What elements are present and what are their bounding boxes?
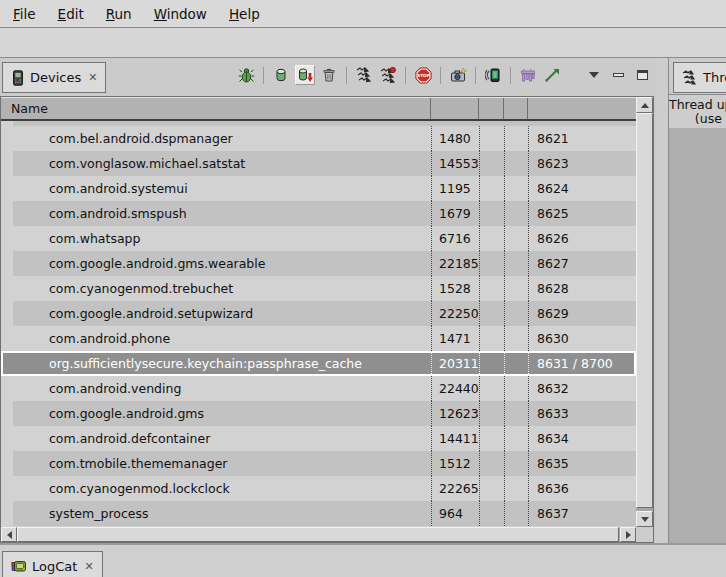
empty-cell: [504, 326, 528, 351]
port-cell: 8625: [528, 201, 636, 226]
process-name-cell: com.android.defcontainer: [1, 426, 431, 451]
horizontal-scroll-thumb[interactable]: [17, 527, 619, 542]
port-cell: 8633: [528, 401, 636, 426]
table-row[interactable]: com.cyanogenmod.lockclock222658636: [1, 476, 636, 501]
maximize-icon: [637, 70, 648, 80]
scroll-right-button[interactable]: [620, 527, 636, 542]
table-row[interactable]: com.tmobile.thememanager15128635: [1, 451, 636, 476]
empty-cell: [479, 276, 504, 301]
process-name-cell: com.google.android.gms.wearable: [1, 251, 431, 276]
system-info-button[interactable]: [518, 65, 538, 85]
threads-message-line2: (use toolbar button to enable): [669, 112, 726, 126]
process-name-cell: com.cyanogenmod.lockclock: [1, 476, 431, 501]
empty-cell: [479, 401, 504, 426]
table-row-selected[interactable]: org.sufficientlysecure.keychain:passphra…: [1, 351, 636, 376]
empty-cell: [479, 126, 504, 151]
start-method-profiling-button[interactable]: [378, 65, 398, 85]
debug-process-button[interactable]: [236, 65, 256, 85]
vertical-scrollbar[interactable]: [636, 97, 653, 527]
cause-gc-button[interactable]: [319, 65, 339, 85]
pid-cell: 1471: [431, 326, 479, 351]
vertical-scroll-thumb[interactable]: [636, 113, 653, 508]
table-row[interactable]: com.android.smspush16798625: [1, 201, 636, 226]
scrollbar-corner: [636, 527, 653, 542]
cause-gc-icon: [321, 67, 337, 83]
scroll-up-button[interactable]: [636, 97, 653, 113]
threads-message-area: Thread updates not enabled for selected …: [669, 95, 726, 128]
tab-devices[interactable]: Devices ✕: [2, 62, 106, 93]
menu-file[interactable]: File: [2, 0, 47, 27]
table-row[interactable]: com.whatsapp67168626: [1, 226, 636, 251]
table-row[interactable]: com.android.vending224408632: [1, 376, 636, 401]
update-heap-icon: [273, 67, 289, 83]
table-row[interactable]: com.android.systemui11958624: [1, 176, 636, 201]
scroll-down-button[interactable]: [636, 511, 653, 527]
menu-help[interactable]: Help: [218, 0, 271, 27]
table-row[interactable]: com.google.android.gms126238633: [1, 401, 636, 426]
port-cell: 8627: [528, 251, 636, 276]
maximize-button[interactable]: [632, 65, 652, 85]
view-menu-button[interactable]: [584, 65, 604, 85]
empty-cell: [504, 401, 528, 426]
port-cell: 8632: [528, 376, 636, 401]
arrow-down-icon: [641, 517, 649, 522]
port-cell: 8628: [528, 276, 636, 301]
screen-record-button[interactable]: [483, 65, 503, 85]
screen-capture-button[interactable]: [448, 65, 468, 85]
empty-cell: [504, 351, 528, 376]
menu-run-label: Run: [106, 6, 132, 22]
port-cell: 8630: [528, 326, 636, 351]
process-name-cell: com.cyanogenmod.trebuchet: [1, 276, 431, 301]
table-row[interactable]: com.android.phone14718630: [1, 326, 636, 351]
table-row[interactable]: system_process9648637: [1, 501, 636, 526]
dump-hprof-icon: [297, 67, 314, 83]
column-header-port[interactable]: [528, 98, 636, 119]
arrow-left-icon: [7, 531, 12, 539]
stop-process-button[interactable]: STOP: [413, 65, 433, 85]
network-stats-button[interactable]: [542, 65, 562, 85]
column-header-3[interactable]: [504, 98, 528, 119]
network-stats-icon: [544, 67, 560, 83]
menu-run[interactable]: Run: [95, 0, 143, 27]
dump-hprof-button[interactable]: [295, 65, 315, 85]
port-cell: 8637: [528, 501, 636, 526]
update-threads-button[interactable]: [354, 65, 374, 85]
menu-edit[interactable]: Edit: [47, 0, 95, 27]
table-row[interactable]: com.cyanogenmod.trebuchet15288628: [1, 276, 636, 301]
table-row[interactable]: com.google.android.setupwizard222508629: [1, 301, 636, 326]
column-header-name[interactable]: Name: [1, 98, 431, 119]
table-row[interactable]: com.bel.android.dspmanager14808621: [1, 126, 636, 151]
tab-logcat[interactable]: LogCat ✕: [2, 551, 103, 577]
empty-cell: [479, 326, 504, 351]
tab-threads[interactable]: Threads: [673, 62, 726, 93]
column-header-name-label: Name: [11, 101, 48, 116]
port-cell: 8634: [528, 426, 636, 451]
port-cell: 8635: [528, 451, 636, 476]
update-heap-button[interactable]: [271, 65, 291, 85]
port-cell: 8631 / 8700: [528, 351, 636, 376]
pid-cell: 20311: [431, 351, 479, 376]
column-header-pid[interactable]: [431, 98, 479, 119]
menu-window[interactable]: Window: [143, 0, 218, 27]
port-cell: 8636: [528, 476, 636, 501]
tab-devices-label: Devices: [30, 70, 81, 85]
panel-sash[interactable]: [656, 58, 668, 543]
screen-capture-icon: [450, 67, 467, 83]
empty-cell: [504, 376, 528, 401]
table-row[interactable]: com.google.android.gms.wearable221858627: [1, 251, 636, 276]
tab-logcat-close-icon[interactable]: ✕: [84, 560, 93, 573]
menu-bar: File Edit Run Window Help: [0, 0, 726, 28]
horizontal-scrollbar[interactable]: [1, 527, 636, 542]
scroll-left-button[interactable]: [1, 527, 17, 542]
table-row[interactable]: com.vonglasow.michael.satstat145538623: [1, 151, 636, 176]
threads-icon: [682, 70, 698, 86]
port-cell: 8626: [528, 226, 636, 251]
logcat-view-bar: LogCat ✕: [0, 543, 726, 577]
table-row[interactable]: com.android.defcontainer144118634: [1, 426, 636, 451]
minimize-button[interactable]: [608, 65, 628, 85]
arrow-right-icon: [626, 531, 631, 539]
column-header-2[interactable]: [479, 98, 504, 119]
empty-cell: [504, 176, 528, 201]
tab-devices-close-icon[interactable]: ✕: [88, 71, 97, 84]
threads-empty-table: [669, 128, 726, 543]
